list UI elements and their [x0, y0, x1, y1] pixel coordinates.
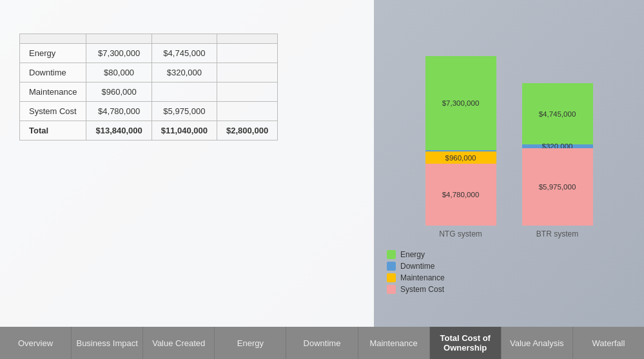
legend-item: Maintenance — [387, 273, 445, 282]
legend-color-swatch — [387, 250, 396, 259]
data-table: Energy$7,300,000$4,745,000Downtime$80,00… — [19, 34, 278, 141]
col-header-btr — [151, 34, 217, 44]
stacked-bar: $4,745,000$320,000$5,975,000 — [522, 83, 593, 226]
bar-segment-energy: $7,300,000 — [425, 56, 496, 150]
tab-downtime[interactable]: Downtime — [286, 327, 358, 359]
content-panel: Energy$7,300,000$4,745,000Downtime$80,00… — [0, 0, 374, 327]
tab-total-cost-of-ownership[interactable]: Total Cost of Ownership — [430, 327, 502, 359]
table-cell-r4c1: $13,840,000 — [86, 121, 151, 141]
table-cell-r0c3 — [217, 44, 278, 63]
chart-area: $7,300,000$960,000$4,780,000NTG system$4… — [374, 19, 644, 327]
tab-overview[interactable]: Overview — [0, 327, 72, 359]
legend-label: Maintenance — [400, 273, 445, 282]
bar-segment-maintenance: $960,000 — [425, 151, 496, 164]
table-cell-r3c3 — [217, 102, 278, 121]
col-header-net — [217, 34, 278, 44]
table-cell-r4c2: $11,040,000 — [151, 121, 217, 141]
legend-color-swatch — [387, 262, 396, 271]
legend-color-swatch — [387, 273, 396, 282]
bar-group: $7,300,000$960,000$4,780,000NTG system — [425, 56, 496, 238]
table-cell-r2c2 — [151, 82, 217, 102]
legend-color-swatch — [387, 285, 396, 294]
bar-x-label: BTR system — [536, 229, 578, 238]
table-cell-r3c1: $4,780,000 — [86, 102, 151, 121]
legend-label: Energy — [400, 250, 425, 259]
tabs-bar: OverviewBusiness ImpactValue CreatedEner… — [0, 327, 644, 359]
legend-item: Downtime — [387, 262, 445, 271]
table-cell-r4c3: $2,800,000 — [217, 121, 278, 141]
stacked-bar: $7,300,000$960,000$4,780,000 — [425, 56, 496, 226]
bar-segment-system-cost: $4,780,000 — [425, 164, 496, 226]
col-header-empty — [20, 34, 86, 44]
table-cell-r0c1: $7,300,000 — [86, 44, 151, 63]
table-cell-r4c0: Total — [20, 121, 86, 141]
table-cell-r3c0: System Cost — [20, 102, 86, 121]
table-cell-r0c0: Energy — [20, 44, 86, 63]
bar-x-label: NTG system — [439, 229, 482, 238]
tab-value-analysis[interactable]: Value Analysis — [502, 327, 573, 359]
table-cell-r1c3 — [217, 63, 278, 82]
table-cell-r2c0: Maintenance — [20, 82, 86, 102]
table-cell-r2c3 — [217, 82, 278, 102]
bar-group: $4,745,000$320,000$5,975,000BTR system — [522, 83, 593, 238]
table-cell-r1c0: Downtime — [20, 63, 86, 82]
table-cell-r0c2: $4,745,000 — [151, 44, 217, 63]
col-header-ntg — [86, 34, 151, 44]
legend-item: Energy — [387, 250, 445, 259]
tab-business-impact[interactable]: Business Impact — [72, 327, 143, 359]
legend-label: System Cost — [400, 285, 444, 294]
table-cell-r2c1: $960,000 — [86, 82, 151, 102]
bar-segment-system-cost: $5,975,000 — [522, 148, 593, 226]
table-cell-r3c2: $5,975,000 — [151, 102, 217, 121]
table-cell-r1c1: $80,000 — [86, 63, 151, 82]
legend: EnergyDowntimeMaintenanceSystem Cost — [387, 250, 445, 294]
bars-container: $7,300,000$960,000$4,780,000NTG system$4… — [425, 32, 593, 238]
bar-segment-energy: $4,745,000 — [522, 83, 593, 144]
table-cell-r1c2: $320,000 — [151, 63, 217, 82]
tab-value-created[interactable]: Value Created — [143, 327, 215, 359]
legend-item: System Cost — [387, 285, 445, 294]
tab-waterfall[interactable]: Waterfall — [573, 327, 644, 359]
tab-maintenance[interactable]: Maintenance — [358, 327, 430, 359]
tab-energy[interactable]: Energy — [215, 327, 286, 359]
legend-label: Downtime — [400, 262, 434, 271]
